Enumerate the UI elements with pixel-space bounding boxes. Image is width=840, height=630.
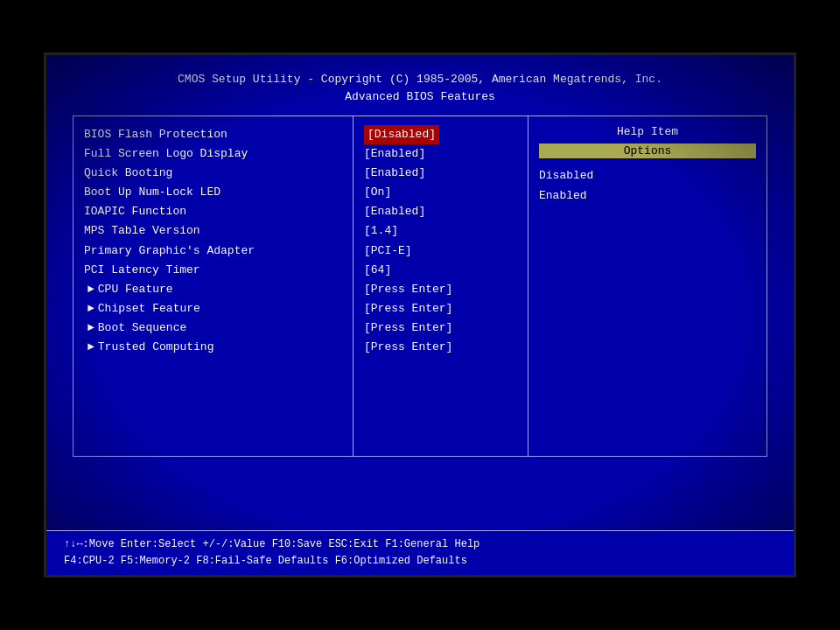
submenu-arrow-icon: ► xyxy=(88,302,94,315)
menu-item[interactable]: Quick Booting xyxy=(84,164,342,183)
help-title: Help Item xyxy=(539,125,756,138)
value-item[interactable]: [1.4] xyxy=(364,221,517,241)
submenu-arrow-icon: ► xyxy=(88,283,94,296)
value-item[interactable]: [Press Enter] xyxy=(364,299,517,318)
menu-item[interactable]: ►CPU Feature xyxy=(84,280,342,299)
header-line2: Advanced BIOS Features xyxy=(46,88,794,106)
menu-item[interactable]: PCI Latency Timer xyxy=(84,261,342,280)
help-option: Enabled xyxy=(539,186,756,206)
menu-item[interactable]: Primary Graphic's Adapter xyxy=(84,242,342,261)
footer-keys-row1: ↑↓↔:Move Enter:Select +/-/:Value F10:Sav… xyxy=(64,536,480,553)
submenu-arrow-icon: ► xyxy=(88,340,94,354)
value-item[interactable]: [PCI-E] xyxy=(364,242,517,261)
footer: ↑↓↔:Move Enter:Select +/-/:Value F10:Sav… xyxy=(46,530,794,575)
value-item[interactable]: [Disabled] xyxy=(364,125,517,144)
menu-item[interactable]: ►Chipset Feature xyxy=(84,299,342,318)
value-item[interactable]: [Press Enter] xyxy=(364,280,517,299)
menu-item[interactable]: Full Screen Logo Display xyxy=(84,144,342,164)
value-item[interactable]: [Press Enter] xyxy=(364,338,517,357)
menu-item[interactable]: ►Boot Sequence xyxy=(84,318,342,338)
help-option: Disabled xyxy=(539,165,756,186)
submenu-arrow-icon: ► xyxy=(88,321,94,334)
help-panel: Help Item Options DisabledEnabled xyxy=(528,116,766,456)
values-panel: [Disabled][Enabled][Enabled][On][Enabled… xyxy=(354,116,528,456)
options-list: DisabledEnabled xyxy=(539,165,756,206)
value-item[interactable]: [64] xyxy=(364,261,517,280)
value-item[interactable]: [Enabled] xyxy=(364,144,517,164)
header-line1: CMOS Setup Utility - Copyright (C) 1985-… xyxy=(46,71,794,88)
footer-row2: F4:CPU-2 F5:Memory-2 F8:Fail-Safe Defaul… xyxy=(64,553,776,570)
bios-header: CMOS Setup Utility - Copyright (C) 1985-… xyxy=(46,55,794,108)
selected-value: [Disabled] xyxy=(364,125,439,144)
main-content: BIOS Flash ProtectionFull Screen Logo Di… xyxy=(73,116,767,457)
value-item[interactable]: [Press Enter] xyxy=(364,318,517,338)
menu-item[interactable]: MPS Table Version xyxy=(84,221,342,241)
menu-panel: BIOS Flash ProtectionFull Screen Logo Di… xyxy=(74,116,354,456)
value-item[interactable]: [On] xyxy=(364,183,517,202)
footer-row1: ↑↓↔:Move Enter:Select +/-/:Value F10:Sav… xyxy=(64,536,776,553)
menu-item[interactable]: Boot Up Num-Lock LED xyxy=(84,183,342,202)
menu-item[interactable]: ►Trusted Computing xyxy=(84,338,342,357)
footer-keys-row2: F4:CPU-2 F5:Memory-2 F8:Fail-Safe Defaul… xyxy=(64,553,467,570)
value-item[interactable]: [Enabled] xyxy=(364,202,517,221)
value-item[interactable]: [Enabled] xyxy=(364,164,517,183)
menu-item[interactable]: IOAPIC Function xyxy=(84,202,342,221)
options-label: Options xyxy=(539,144,756,158)
menu-item[interactable]: BIOS Flash Protection xyxy=(84,125,342,144)
